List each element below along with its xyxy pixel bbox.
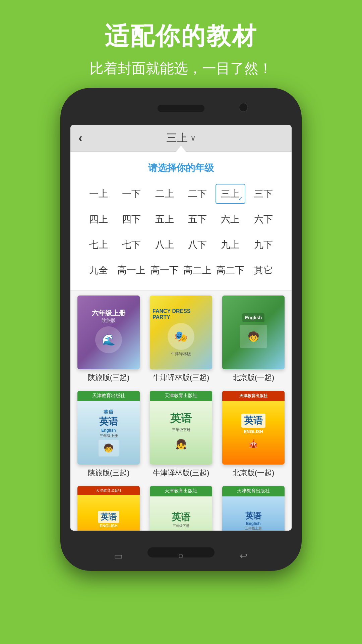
textbook-label: 陕旅版(三起) bbox=[88, 373, 130, 383]
grade-dropdown: 请选择你的年级 一上一下二上二下三上三下四上四下五上五下六上六下七上七下八上八下… bbox=[70, 152, 292, 291]
textbook-label: 陕旅版(三起) bbox=[88, 468, 130, 478]
nav-home-icon[interactable]: ○ bbox=[173, 547, 189, 564]
grade-item[interactable]: 七下 bbox=[117, 235, 146, 255]
grade-item[interactable]: 二上 bbox=[150, 184, 179, 204]
sub-title: 比着封面就能选，一目了然！ bbox=[89, 59, 273, 78]
grade-item[interactable]: 一上 bbox=[84, 184, 113, 204]
grade-item[interactable]: 五下 bbox=[183, 209, 212, 229]
grade-item[interactable]: 九下 bbox=[249, 235, 278, 255]
grade-item[interactable]: 高二下 bbox=[216, 260, 245, 280]
top-text-area: 适配你的教材 比着封面就能选，一目了然！ bbox=[0, 0, 362, 78]
phone-wrapper: ‹ 三上 ∨ 请选择你的年级 一上一下二上二下三上三下四上四下五上五下六上六下七… bbox=[60, 88, 302, 571]
dropdown-arrow bbox=[176, 146, 186, 152]
grade-item[interactable]: 三下 bbox=[249, 184, 278, 204]
grade-grid: 一上一下二上二下三上三下四上四下五上五下六上六下七上七下八上八下九上九下九全高一… bbox=[84, 184, 278, 280]
grade-item[interactable]: 八下 bbox=[183, 235, 212, 255]
textbook-row-3: 天津教育出版社 英语 ENGLISH 🧸 陕旅版( bbox=[75, 486, 287, 531]
grade-item[interactable]: 三上 bbox=[216, 184, 245, 204]
grade-item[interactable]: 二下 bbox=[183, 184, 212, 204]
phone-speaker bbox=[158, 105, 204, 112]
main-title: 适配你的教材 bbox=[105, 20, 257, 52]
phone-nav: ▭ ○ ↩ bbox=[60, 547, 302, 564]
list-item[interactable]: 天津教育出版社 英语 三年级下册 👧 牛津译林版( bbox=[147, 391, 215, 478]
textbook-label: 牛津译林版(三起) bbox=[153, 373, 209, 383]
list-item[interactable]: 天津教育出版社 英语 ENGLISH 🎪 北京版( bbox=[220, 391, 287, 478]
textbook-label: 北京版(一起) bbox=[233, 468, 275, 478]
list-item[interactable]: 天津教育出版社 英语 三年级下册 👦 牛津译林版( bbox=[147, 486, 215, 531]
bottom-books-area: 六年级上册 陕旅版 🌊 陕旅版(三起) bbox=[70, 291, 292, 531]
phone-camera bbox=[239, 103, 248, 112]
list-item[interactable]: English 🧒 北京版(一起) bbox=[220, 296, 287, 383]
list-item[interactable]: 天津教育出版社 英语 ENGLISH 🧸 陕旅版( bbox=[75, 486, 142, 531]
grade-item[interactable]: 九上 bbox=[216, 235, 245, 255]
grade-item[interactable]: 四下 bbox=[117, 209, 146, 229]
textbook-row-1: 六年级上册 陕旅版 🌊 陕旅版(三起) bbox=[75, 296, 287, 383]
list-item[interactable]: 六年级上册 陕旅版 🌊 陕旅版(三起) bbox=[75, 296, 142, 383]
grade-item[interactable]: 高二上 bbox=[183, 260, 212, 280]
grade-item[interactable]: 八上 bbox=[150, 235, 179, 255]
textbook-row-2: 天津教育出版社 英语 英语 English 三年级上册 🧒 bbox=[75, 391, 287, 478]
textbook-label: 牛津译林版(三起) bbox=[153, 468, 209, 478]
textbook-label: 北京版(一起) bbox=[233, 373, 275, 383]
list-item[interactable]: 天津教育出版社 英语 English 三年级上册 🐶 bbox=[220, 486, 287, 531]
grade-item[interactable]: 七上 bbox=[84, 235, 113, 255]
nav-recent-icon[interactable]: ▭ bbox=[110, 547, 127, 564]
chevron-down-icon: ∨ bbox=[190, 134, 196, 143]
header-title-text: 三上 bbox=[166, 131, 188, 146]
grade-item[interactable]: 一下 bbox=[117, 184, 146, 204]
list-item[interactable]: 天津教育出版社 英语 英语 English 三年级上册 🧒 bbox=[75, 391, 142, 478]
grade-item[interactable]: 高一上 bbox=[117, 260, 146, 280]
grade-item[interactable]: 其它 bbox=[249, 260, 278, 280]
background: 适配你的教材 比着封面就能选，一目了然！ ‹ 三上 ∨ bbox=[0, 0, 362, 644]
grade-item[interactable]: 九全 bbox=[84, 260, 113, 280]
grade-item[interactable]: 六上 bbox=[216, 209, 245, 229]
grade-item[interactable]: 五上 bbox=[150, 209, 179, 229]
grade-prompt: 请选择你的年级 bbox=[84, 162, 278, 174]
back-button[interactable]: ‹ bbox=[78, 131, 82, 145]
grade-item[interactable]: 高一下 bbox=[150, 260, 179, 280]
grade-item[interactable]: 六下 bbox=[249, 209, 278, 229]
header-title-area[interactable]: 三上 ∨ bbox=[166, 131, 196, 146]
nav-back-icon[interactable]: ↩ bbox=[235, 547, 252, 564]
phone-screen: ‹ 三上 ∨ 请选择你的年级 一上一下二上二下三上三下四上四下五上五下六上六下七… bbox=[70, 125, 292, 531]
grade-item[interactable]: 四上 bbox=[84, 209, 113, 229]
list-item[interactable]: FANCY DRESS PARTY 🎭 牛津译林版 牛津译林版(三起) bbox=[147, 296, 215, 383]
